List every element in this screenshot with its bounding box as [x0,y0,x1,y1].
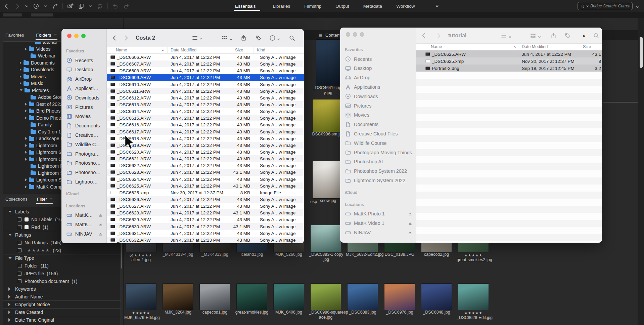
sidebar-item[interactable]: Applications [340,82,416,92]
filter-row[interactable]: JPEG file (156) [3,270,121,277]
sidebar-item[interactable]: Photoshop System 2022 [340,166,416,176]
workspace-tab[interactable]: Essentials [235,0,259,12]
panel-tab[interactable]: Folders≡ [36,32,57,38]
sidebar-item[interactable]: MattK Photo 1 [340,209,416,219]
filter-panel-tab[interactable]: Collections [5,197,28,202]
column-header-name[interactable]: Name [116,48,127,52]
file-row[interactable]: _DSC6613.ARW Jun 4, 2017 at 12:22 PM 43 … [107,101,304,108]
sidebar-item[interactable]: Photosho… [61,159,106,168]
disclosure-icon[interactable] [25,151,27,154]
list-sort-icon[interactable] [199,36,203,40]
file-row[interactable]: _DSC6626.ARW Jun 4, 2017 at 12:22 PM 43 … [107,196,304,203]
filter-row[interactable]: Keywords [3,285,121,293]
thumbnail-image[interactable] [313,161,343,198]
sidebar-item[interactable]: Favorites [61,46,106,56]
sidebar-item[interactable]: Downloads [340,92,416,101]
thumbnail-image[interactable] [313,99,343,132]
file-row[interactable]: _DSC6631.ARW Jun 4, 2017 at 12:22 PM 43 … [107,230,304,237]
thumbnail-image[interactable] [348,284,378,310]
disclosure-icon[interactable] [20,82,21,85]
rating-row[interactable]: ★★★★★ [124,253,158,257]
filter-disclosure-icon[interactable] [8,295,12,298]
filter-row[interactable]: Copyright Notice [3,300,121,308]
tabs-overflow-icon[interactable]: » [436,2,439,8]
group-chevron-icon[interactable] [538,34,541,37]
thumbnail-cell[interactable]: _DSC4641 copy y.jpg [311,40,345,95]
search-icon[interactable] [593,32,599,39]
disclosure-icon[interactable] [25,117,27,119]
sidebar-item[interactable]: iCloud [340,188,416,197]
sidebar-item[interactable]: Tags [61,241,106,243]
thumbnail-cell[interactable]: MJK_6406.jpg [272,284,306,315]
sidebar-item[interactable]: AirDrop [340,73,416,82]
nav-dropdown-icon[interactable] [25,4,29,8]
panel-menu-icon[interactable]: ≡ [54,32,57,38]
file-row[interactable]: _DSC6632.ARW Jun 4, 2017 at 12:23 PM 43 … [107,237,304,243]
disclosure-icon[interactable] [20,62,21,64]
file-row[interactable]: _DSC6611.ARW Jun 4, 2017 at 12:22 PM 43 … [107,88,304,94]
thumbnail-image[interactable] [316,40,340,85]
sidebar-item[interactable]: Documents [340,120,416,129]
thumbnail-image[interactable] [421,284,452,310]
sidebar-item[interactable]: Downloads [61,93,106,103]
thumbnail-image[interactable] [200,284,230,310]
history-dropdown-icon[interactable] [44,4,47,8]
disclosure-icon[interactable] [25,48,27,50]
sidebar-item[interactable]: Movies [340,111,416,120]
sidebar-item[interactable]: Recents [340,54,416,64]
thumbnail-image[interactable] [384,284,415,310]
filter-checkbox[interactable] [18,279,22,283]
redo-icon[interactable] [123,3,129,9]
sort-direction-icon[interactable] [162,48,165,52]
rating-row[interactable]: ★★★★★ [457,253,490,257]
file-row[interactable]: _DSC6607.ARW Jun 4, 2017 at 12:22 PM 43 … [107,60,304,67]
close-button[interactable] [346,32,350,37]
group-view-icon[interactable] [530,32,536,39]
history-icon[interactable] [33,3,39,9]
sidebar-item[interactable]: Desktop [61,65,106,75]
sidebar-item[interactable]: Creative Cloud Files [340,129,416,138]
sidebar-item[interactable]: Pictures [340,101,416,111]
list-view-icon[interactable] [501,32,507,39]
thumbnail-cell[interactable]: great-smokies.jpg [235,284,269,315]
close-button[interactable] [67,34,72,38]
thumbnail-cell[interactable]: ★★★★★ _DSC8629-Edit.jpg [457,284,490,320]
sync-icon[interactable] [97,3,103,9]
sidebar-item[interactable]: Photograph Moving Things [340,148,416,157]
file-row[interactable]: _DSC6619.ARW Jun 4, 2017 at 12:22 PM 43 … [107,142,304,149]
file-row[interactable]: _DSC6617.ARW Jun 4, 2017 at 12:22 PM 43 … [107,128,304,135]
file-row[interactable]: _DSC6630.ARW Jun 4, 2017 at 12:22 PM 43.… [107,223,304,230]
sidebar-item[interactable]: Wildlife C… [61,140,106,149]
file-row[interactable]: _DSC6623.ARW Jun 4, 2017 at 12:22 PM 43.… [107,169,304,175]
filter-row[interactable]: Date Modified [3,324,121,325]
thumbnail-image[interactable] [274,284,304,310]
eject-icon[interactable] [408,221,413,226]
thumbnail-cell[interactable]: _DSC5383-1 copy .jpg [309,225,342,262]
minimize-button[interactable] [74,34,79,38]
bridge-search-input[interactable]: Bridge Search: Current . [578,2,633,10]
tag-icon[interactable] [255,35,262,41]
sidebar-item[interactable]: Wildlife Course [340,138,416,148]
share-icon[interactable] [550,32,557,39]
more-actions-icon[interactable] [269,35,276,41]
sidebar-item[interactable]: Lightroo… [61,177,106,187]
thumbnail-cell[interactable]: snow.jpg [311,161,345,203]
thumbnail-cell[interactable]: _DSC0986-squaresp ace.jpg [309,284,342,320]
content-tab[interactable]: Content [318,33,341,38]
sidebar-item[interactable]: Movies [61,112,106,121]
search-dropdown-icon[interactable] [636,4,640,8]
filter-panel-tab[interactable]: Filter≡ [37,196,52,202]
filter-disclosure-icon[interactable] [8,257,12,259]
file-row[interactable]: Portrait-2.dng Sep 18, 2017 at 12:45 PM … [416,65,602,72]
sidebar-item[interactable]: NINJAV [61,229,106,239]
rating-row[interactable]: ★★★★★ [124,311,158,315]
filter-checkbox[interactable] [18,225,22,229]
sidebar-item[interactable]: AirDrop [61,74,106,84]
list-sort-icon[interactable] [508,34,512,37]
filter-row[interactable]: Author Name [3,293,121,300]
rating-row[interactable]: ★★★★★ [457,311,490,315]
eject-icon[interactable] [98,222,103,227]
file-row[interactable]: _DSC6625.xmp Nov 30, 2017 at 12:37 PM 8 … [107,189,304,196]
copy-files-icon[interactable] [78,3,84,9]
column-header-size[interactable]: Size [235,48,243,52]
